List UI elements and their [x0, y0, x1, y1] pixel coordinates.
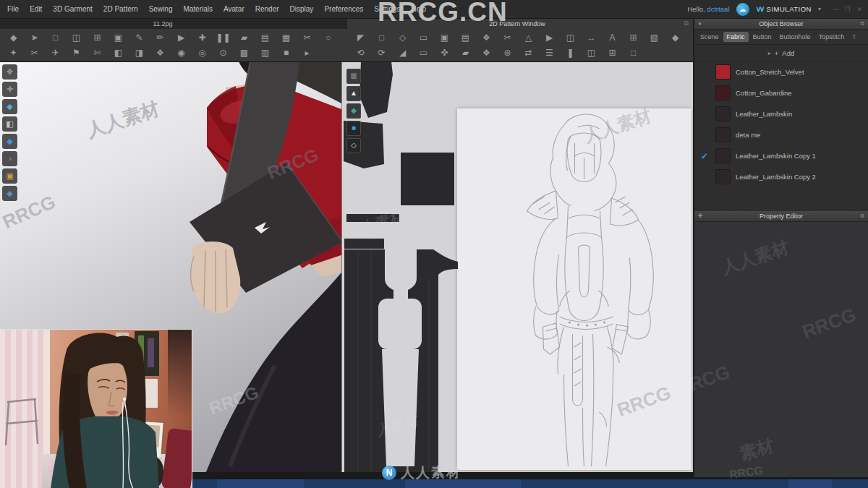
- fabric-list-item[interactable]: Leather_Lambskin: [694, 103, 868, 124]
- cloud-sync-icon[interactable]: ☁: [736, 3, 749, 16]
- tool-icon[interactable]: ◤: [350, 30, 371, 45]
- tool-icon[interactable]: ▧: [644, 30, 665, 45]
- pattern-tool-button[interactable]: ▲: [346, 86, 361, 101]
- window-control-button[interactable]: ─: [833, 6, 838, 13]
- menu-item[interactable]: Help: [409, 4, 427, 14]
- tool-icon[interactable]: ❚❚: [213, 30, 234, 45]
- tool-icon[interactable]: ▣: [434, 30, 455, 45]
- viewport-tool-button[interactable]: ◑: [2, 151, 17, 166]
- tool-icon[interactable]: ○: [318, 30, 339, 45]
- menu-item[interactable]: 2D Pattern: [102, 4, 140, 14]
- fabric-list-item[interactable]: Cotton_Gabardine: [694, 82, 868, 103]
- menu-item[interactable]: Materials: [182, 4, 214, 14]
- tool-icon[interactable]: □: [623, 46, 644, 60]
- tool-icon[interactable]: ▭: [413, 46, 434, 60]
- tool-icon[interactable]: ⊞: [602, 46, 623, 60]
- tool-icon[interactable]: ◢: [392, 46, 413, 60]
- pattern-tool-button[interactable]: ▦: [346, 69, 361, 84]
- tool-icon[interactable]: □: [45, 30, 66, 45]
- tool-icon[interactable]: ◉: [171, 46, 192, 60]
- simulation-button[interactable]: ∨∨ SIMULATION: [756, 4, 812, 14]
- tool-icon[interactable]: ✏: [150, 30, 171, 45]
- tool-icon[interactable]: ⊞: [87, 30, 108, 45]
- menu-item[interactable]: Preferences: [323, 4, 365, 14]
- viewport-tool-button[interactable]: ✚: [2, 82, 17, 97]
- viewport-tool-button[interactable]: ◆: [2, 186, 17, 201]
- tool-icon[interactable]: ⟳: [371, 46, 392, 60]
- tool-icon[interactable]: ⟲: [350, 46, 371, 60]
- viewport-tool-button[interactable]: ❖: [2, 64, 17, 80]
- tool-icon[interactable]: ◧: [108, 46, 129, 60]
- fabric-list-item[interactable]: deta me: [694, 124, 868, 145]
- pattern-tool-button[interactable]: ■: [346, 121, 361, 136]
- object-browser-tab[interactable]: Button: [749, 32, 775, 42]
- tool-icon[interactable]: ❚: [560, 46, 581, 60]
- window-control-button[interactable]: ✕: [856, 6, 862, 13]
- tool-icon[interactable]: ❖: [476, 30, 497, 45]
- tool-icon[interactable]: ⊛: [497, 46, 518, 60]
- tool-icon[interactable]: ✂: [497, 30, 518, 45]
- pattern-pieces[interactable]: [342, 61, 693, 474]
- panel-detach-icon[interactable]: ⧉: [860, 19, 864, 29]
- tool-icon[interactable]: ▣: [108, 30, 129, 45]
- tool-icon[interactable]: ▰: [234, 30, 255, 45]
- tool-icon[interactable]: △: [518, 30, 539, 45]
- menu-item[interactable]: 3D Garment: [51, 4, 93, 14]
- tool-icon[interactable]: ✄: [87, 46, 108, 60]
- fabric-list-item[interactable]: ✓ Leather_Lambskin Copy 1: [694, 145, 868, 166]
- object-browser-tab[interactable]: T: [848, 32, 860, 42]
- tool-icon[interactable]: ✂: [24, 46, 45, 60]
- tool-icon[interactable]: ✦: [3, 46, 24, 60]
- menu-item[interactable]: Display: [289, 4, 315, 14]
- document-tab[interactable]: 11.2pg: [109, 20, 217, 27]
- tool-icon[interactable]: ✚: [192, 30, 213, 45]
- viewport-tool-button[interactable]: ◆: [2, 134, 17, 149]
- fabric-swatch[interactable]: [715, 169, 731, 184]
- tool-icon[interactable]: □: [371, 30, 392, 45]
- viewport-tool-button[interactable]: ◆: [2, 99, 17, 114]
- fabric-swatch[interactable]: [715, 148, 731, 163]
- 2d-pattern-window[interactable]: ▦▲◆■◇: [341, 61, 693, 474]
- tool-icon[interactable]: ▤: [455, 30, 476, 45]
- tool-icon[interactable]: ❖: [150, 46, 171, 60]
- tool-icon[interactable]: ⇄: [518, 46, 539, 60]
- property-editor-body[interactable]: [694, 222, 868, 477]
- fabric-swatch[interactable]: [715, 85, 731, 100]
- tool-icon[interactable]: ⚑: [66, 46, 87, 60]
- tool-icon[interactable]: ▸: [297, 46, 318, 60]
- tool-icon[interactable]: ◆: [3, 30, 24, 45]
- tool-icon[interactable]: ↔: [581, 30, 602, 45]
- fabric-swatch[interactable]: [715, 106, 731, 121]
- tool-icon[interactable]: ➤: [24, 30, 45, 45]
- panel-corner-icon[interactable]: ⧉: [684, 20, 689, 27]
- tool-icon[interactable]: ◎: [192, 46, 213, 60]
- panel-detach-icon[interactable]: ⧉: [860, 211, 864, 221]
- menu-item[interactable]: File: [6, 4, 20, 14]
- panel-dot-icon[interactable]: ●: [698, 19, 702, 29]
- object-browser-tab[interactable]: Scene: [697, 32, 723, 42]
- pattern-tool-button[interactable]: ◇: [346, 138, 361, 153]
- tool-icon[interactable]: ◫: [66, 30, 87, 45]
- tool-icon[interactable]: ■: [276, 46, 297, 60]
- tool-icon[interactable]: ▶: [539, 30, 560, 45]
- tool-icon[interactable]: ▤: [255, 30, 276, 45]
- fabric-list-item[interactable]: Cotton_Stretch_Velvet: [694, 61, 868, 82]
- object-browser-tab[interactable]: Topstitch: [815, 32, 848, 42]
- tool-icon[interactable]: ▭: [413, 30, 434, 45]
- tool-icon[interactable]: A: [602, 30, 623, 45]
- menu-item[interactable]: Avatar: [222, 4, 246, 14]
- tool-icon[interactable]: ❖: [476, 46, 497, 60]
- tool-icon[interactable]: ▥: [255, 46, 276, 60]
- tool-icon[interactable]: ▦: [276, 30, 297, 45]
- panel-plus-icon[interactable]: ✚: [698, 211, 703, 221]
- menu-item[interactable]: Edit: [28, 4, 43, 14]
- simulation-dropdown-caret[interactable]: ▾: [818, 6, 821, 12]
- viewport-tool-button[interactable]: ◧: [2, 116, 17, 132]
- viewport-tool-button[interactable]: ▣: [2, 168, 17, 184]
- tool-icon[interactable]: ✈: [45, 46, 66, 60]
- menu-item[interactable]: Render: [254, 4, 281, 14]
- tool-icon[interactable]: ◆: [665, 30, 686, 45]
- tool-icon[interactable]: ◫: [560, 30, 581, 45]
- tool-icon[interactable]: ▰: [455, 46, 476, 60]
- object-browser-tab[interactable]: Buttonhole: [776, 32, 814, 42]
